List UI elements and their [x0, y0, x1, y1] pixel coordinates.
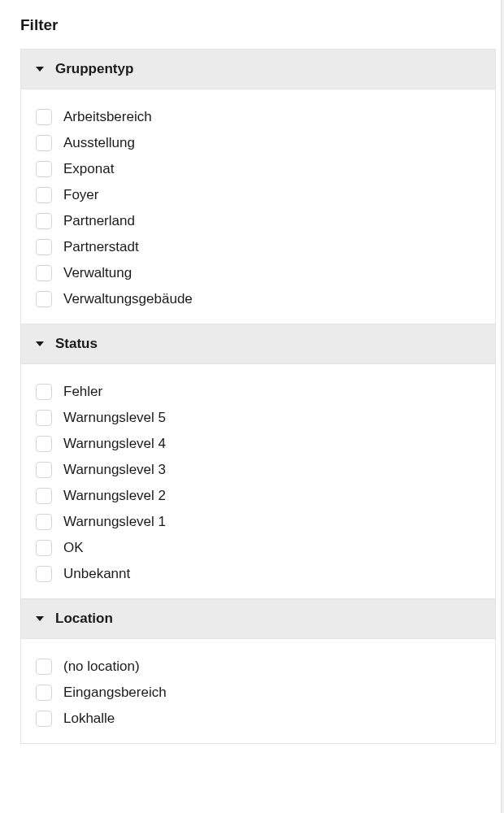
checkbox-item[interactable]: Fehler — [36, 379, 480, 405]
section-body-status: Fehler Warnungslevel 5 Warnungslevel 4 W… — [21, 364, 495, 598]
checkbox-label: Warnungslevel 4 — [63, 436, 166, 452]
checkbox[interactable] — [36, 711, 52, 727]
checkbox[interactable] — [36, 161, 52, 177]
checkbox[interactable] — [36, 265, 52, 281]
section-title: Location — [55, 611, 113, 627]
checkbox-item[interactable]: Exponat — [36, 156, 480, 182]
checkbox-label: Fehler — [63, 384, 102, 400]
filter-section-location: Location (no location) Eingangsbereich L… — [20, 598, 496, 744]
checkbox-label: Warnungslevel 3 — [63, 462, 166, 478]
checkbox-label: Partnerstadt — [63, 239, 139, 255]
checkbox-item[interactable]: Ausstellung — [36, 130, 480, 156]
checkbox-item[interactable]: Warnungslevel 3 — [36, 457, 480, 483]
checkbox[interactable] — [36, 187, 52, 203]
checkbox[interactable] — [36, 659, 52, 675]
checkbox-item[interactable]: Unbekannt — [36, 561, 480, 587]
section-body-gruppentyp: Arbeitsbereich Ausstellung Exponat Foyer… — [21, 89, 495, 324]
checkbox-label: Verwaltungsgebäude — [63, 291, 193, 307]
section-header-status[interactable]: Status — [21, 324, 495, 364]
checkbox-item[interactable]: Foyer — [36, 182, 480, 208]
checkbox-label: Lokhalle — [63, 711, 115, 727]
checkbox-label: Unbekannt — [63, 566, 130, 582]
section-body-location: (no location) Eingangsbereich Lokhalle — [21, 639, 495, 743]
checkbox[interactable] — [36, 410, 52, 426]
section-header-gruppentyp[interactable]: Gruppentyp — [21, 50, 495, 89]
checkbox-item[interactable]: Warnungslevel 2 — [36, 483, 480, 509]
checkbox-item[interactable]: Warnungslevel 1 — [36, 509, 480, 535]
checkbox-item[interactable]: Eingangsbereich — [36, 680, 480, 706]
chevron-down-icon — [36, 616, 44, 621]
filter-title: Filter — [20, 16, 496, 34]
checkbox-label: Ausstellung — [63, 135, 135, 151]
checkbox[interactable] — [36, 291, 52, 307]
checkbox-item[interactable]: Verwaltung — [36, 260, 480, 286]
checkbox-item[interactable]: Verwaltungsgebäude — [36, 286, 480, 312]
checkbox[interactable] — [36, 135, 52, 151]
chevron-down-icon — [36, 67, 44, 72]
checkbox[interactable] — [36, 566, 52, 582]
checkbox-label: Partnerland — [63, 213, 135, 229]
filter-section-status: Status Fehler Warnungslevel 5 Warnungsle… — [20, 324, 496, 599]
checkbox-label: Warnungslevel 2 — [63, 488, 166, 504]
checkbox[interactable] — [36, 488, 52, 504]
checkbox[interactable] — [36, 462, 52, 478]
checkbox[interactable] — [36, 384, 52, 400]
divider — [501, 0, 504, 813]
section-title: Status — [55, 336, 98, 352]
checkbox[interactable] — [36, 239, 52, 255]
checkbox-label: Eingangsbereich — [63, 685, 167, 701]
checkbox-label: Exponat — [63, 161, 114, 177]
checkbox-item[interactable]: Partnerland — [36, 208, 480, 234]
checkbox-label: Foyer — [63, 187, 98, 203]
checkbox-label: OK — [63, 540, 84, 556]
checkbox-label: Warnungslevel 5 — [63, 410, 166, 426]
filter-panel: Filter Gruppentyp Arbeitsbereich Ausstel… — [0, 0, 504, 744]
checkbox[interactable] — [36, 685, 52, 701]
checkbox[interactable] — [36, 436, 52, 452]
checkbox-item[interactable]: Arbeitsbereich — [36, 104, 480, 130]
checkbox-label: Warnungslevel 1 — [63, 514, 166, 530]
checkbox-label: Arbeitsbereich — [63, 109, 152, 125]
checkbox-item[interactable]: OK — [36, 535, 480, 561]
checkbox-item[interactable]: Partnerstadt — [36, 234, 480, 260]
checkbox[interactable] — [36, 514, 52, 530]
section-header-location[interactable]: Location — [21, 599, 495, 639]
filter-section-gruppentyp: Gruppentyp Arbeitsbereich Ausstellung Ex… — [20, 49, 496, 324]
checkbox-label: Verwaltung — [63, 265, 132, 281]
checkbox-item[interactable]: Warnungslevel 5 — [36, 405, 480, 431]
checkbox-item[interactable]: (no location) — [36, 654, 480, 680]
checkbox[interactable] — [36, 213, 52, 229]
checkbox[interactable] — [36, 540, 52, 556]
checkbox-item[interactable]: Lokhalle — [36, 706, 480, 732]
section-title: Gruppentyp — [55, 61, 133, 77]
checkbox-item[interactable]: Warnungslevel 4 — [36, 431, 480, 457]
checkbox-label: (no location) — [63, 659, 140, 675]
checkbox[interactable] — [36, 109, 52, 125]
chevron-down-icon — [36, 341, 44, 346]
